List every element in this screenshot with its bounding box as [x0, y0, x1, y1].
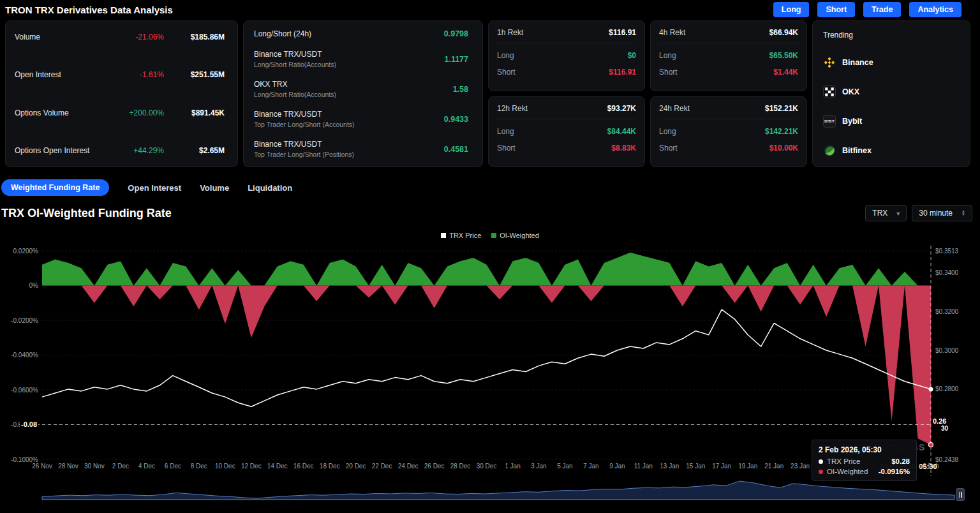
oi-weighted-swatch — [491, 233, 496, 238]
topbar-buttons: Long Short Trade Analytics — [773, 2, 961, 17]
interval-select[interactable]: 30 minute ▲ ▼ — [912, 205, 972, 221]
rekt-long-row: Long $65.50K — [659, 51, 798, 60]
rekt-long-row: Long $142.21K — [659, 127, 798, 136]
svg-text:12 Dec: 12 Dec — [241, 463, 262, 470]
tooltip-label: TRX Price — [827, 457, 860, 465]
stat-value: $2.65M — [164, 146, 225, 155]
chevron-down-icon: ▾ — [896, 210, 900, 217]
rekt-header: 24h Rekt $152.21K — [659, 104, 798, 119]
chart-legend: TRX Price OI-Weighted — [0, 232, 980, 239]
svg-text:6 Dec: 6 Dec — [165, 463, 181, 470]
section-header: TRX OI-Weighted Funding Rate TRX ▾ 30 mi… — [0, 204, 980, 223]
crosshair-right-badge-bottom: 30 — [941, 425, 948, 433]
svg-text:$0.3400: $0.3400 — [935, 269, 959, 276]
long-button[interactable]: Long — [773, 2, 810, 17]
interval-select-value: 30 minute — [919, 209, 953, 218]
svg-text:11 Jan: 11 Jan — [634, 463, 653, 470]
tab-volume[interactable]: Volume — [200, 183, 229, 193]
trending-item-okx[interactable]: OKX — [823, 86, 960, 98]
rekt-short-value: $116.91 — [609, 68, 636, 77]
svg-text:21 Jan: 21 Jan — [764, 463, 783, 470]
bybit-icon: BYB!T — [823, 115, 836, 128]
legend-item-trx-price[interactable]: TRX Price — [441, 232, 481, 239]
trending-card: Trending Binance OKX BYB!T Bybit Bitfine… — [812, 20, 970, 167]
stat-label: Open Interest — [15, 70, 61, 79]
ratio-title: Long/Short (24h) — [254, 29, 311, 38]
trending-item-bybit[interactable]: BYB!T Bybit — [823, 115, 960, 128]
tooltip-label: OI-Weighted — [827, 468, 868, 475]
rekt-long-label: Long — [659, 127, 676, 136]
ratio-row: Long/Short (24h) 0.9798 — [254, 29, 468, 38]
rekt-long-row: Long $84.44K — [497, 127, 636, 136]
symbol-select-value: TRX — [872, 209, 887, 218]
svg-text:$0.3513: $0.3513 — [935, 248, 959, 255]
svg-text:15 Jan: 15 Jan — [686, 463, 705, 470]
long-short-ratios-card: Long/Short (24h) 0.9798 Binance TRX/USDT… — [243, 20, 483, 167]
rekt-short-label: Short — [659, 68, 678, 77]
symbol-select[interactable]: TRX ▾ — [865, 205, 907, 221]
svg-text:$0.2800: $0.2800 — [935, 385, 959, 392]
svg-text:$0.2438: $0.2438 — [935, 456, 959, 463]
ratio-title: Binance TRX/USDT — [254, 110, 355, 119]
svg-text:10 Dec: 10 Dec — [215, 463, 235, 470]
rekt-short-value: $10.00K — [769, 144, 798, 152]
svg-text:-0.0400%: -0.0400% — [11, 352, 38, 359]
rekt-long-value: $0 — [628, 51, 636, 60]
stat-change: -21.06% — [113, 33, 164, 41]
chart-title: TRX OI-Weighted Funding Rate — [1, 207, 172, 220]
rekt-header: 4h Rekt $66.94K — [659, 28, 798, 43]
stat-change: +44.29% — [113, 146, 164, 155]
crosshair-right-badge-top: 0.26 — [933, 417, 946, 425]
options-open-interest-row: Options Open Interest +44.29% $2.65M — [15, 146, 225, 155]
topbar: TRON TRX Derivatives Data Analysis Long … — [0, 0, 980, 18]
ratio-value: 0.4581 — [444, 145, 468, 154]
overview-card: Volume -21.06% $185.86M Open Interest -1… — [5, 20, 238, 167]
rekt-short-label: Short — [659, 144, 678, 152]
ratio-subtitle: Long/Short Ratio(Accounts) — [254, 91, 336, 98]
analytics-button[interactable]: Analytics — [909, 2, 961, 17]
stat-cards-row: Volume -21.06% $185.86M Open Interest -1… — [0, 20, 980, 167]
oi-weighted-dot-icon — [819, 470, 823, 474]
caret-down-icon: ▼ — [961, 213, 965, 216]
rekt-long-label: Long — [497, 127, 514, 136]
ratio-subtitle: Top Trader Long/Short (Positions) — [254, 151, 354, 158]
svg-text:4 Dec: 4 Dec — [138, 463, 155, 470]
short-button[interactable]: Short — [817, 2, 855, 17]
rekt-title: 1h Rekt — [497, 28, 523, 37]
ratio-title: Binance TRX/USDT — [254, 50, 336, 59]
chart-tabs: Weighted Funding Rate Open Interest Volu… — [0, 179, 980, 196]
rekt-title: 4h Rekt — [659, 28, 685, 37]
svg-text:3 Jan: 3 Jan — [531, 463, 546, 470]
svg-text:19 Jan: 19 Jan — [738, 463, 757, 470]
tab-weighted-funding-rate[interactable]: Weighted Funding Rate — [1, 179, 109, 196]
stat-label: Volume — [15, 33, 40, 41]
tab-liquidation[interactable]: Liquidation — [248, 183, 292, 193]
rekt-short-value: $1.44K — [773, 68, 798, 77]
rekt-card-1h: 1h Rekt $116.91 Long $0 Short $116.91 — [488, 20, 645, 91]
navigator-resize-handle[interactable] — [956, 488, 965, 501]
rekt-short-row: Short $8.83K — [497, 144, 636, 152]
volume-row: Volume -21.06% $185.86M — [15, 33, 225, 41]
rekt-total: $93.27K — [607, 104, 636, 113]
legend-item-oi-weighted[interactable]: OI-Weighted — [491, 232, 539, 239]
stat-label: Options Volume — [15, 108, 69, 117]
ratio-row: Binance TRX/USDT Long/Short Ratio(Accoun… — [254, 50, 468, 68]
svg-text:BYB!T: BYB!T — [824, 119, 834, 123]
svg-text:8 Dec: 8 Dec — [191, 463, 207, 470]
svg-text:-0.0200%: -0.0200% — [11, 317, 38, 324]
stat-label: Options Open Interest — [15, 146, 89, 155]
svg-text:13 Jan: 13 Jan — [660, 463, 679, 470]
svg-text:30 Dec: 30 Dec — [477, 463, 497, 470]
trending-item-bitfinex[interactable]: Bitfinex — [823, 144, 960, 157]
rekt-card-24h: 24h Rekt $152.21K Long $142.21K Short $1… — [650, 96, 807, 167]
trade-button[interactable]: Trade — [863, 2, 901, 17]
tooltip-value: -0.0916% — [879, 468, 910, 475]
stat-change: +200.00% — [113, 108, 164, 117]
chart-tooltip: 2 Feb 2026, 05:30 TRX Price $0.28 OI-Wei… — [812, 440, 917, 481]
chart-controls: TRX ▾ 30 minute ▲ ▼ — [865, 205, 972, 221]
tooltip-title: 2 Feb 2026, 05:30 — [819, 445, 910, 454]
svg-text:30 Nov: 30 Nov — [84, 463, 105, 470]
svg-text:0.0200%: 0.0200% — [13, 248, 39, 255]
trending-item-binance[interactable]: Binance — [823, 56, 960, 69]
tab-open-interest[interactable]: Open Interest — [128, 183, 181, 193]
